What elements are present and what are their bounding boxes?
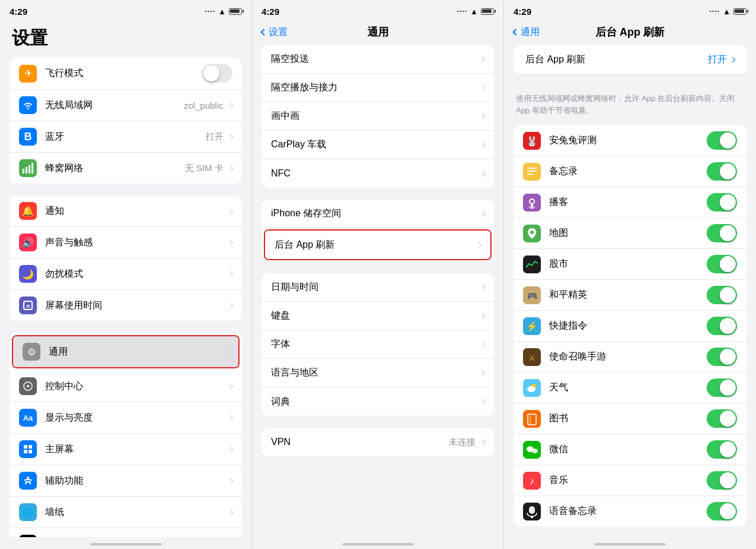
general-back-btn[interactable]: 设置 [262, 26, 288, 39]
app-row-weather[interactable]: 天气 [514, 373, 746, 403]
svg-rect-11 [29, 450, 32, 453]
wifi-status-icon-2: ▲ [470, 7, 478, 16]
row-display[interactable]: Aa 显示与亮度 [10, 402, 242, 434]
weather-toggle[interactable] [707, 378, 737, 397]
airplane-toggle[interactable] [202, 64, 232, 83]
row-storage[interactable]: iPhone 储存空间 [262, 200, 494, 228]
signal-icon-1: ···· [205, 7, 215, 15]
settings-group-1: ✈ 飞行模式 无线局域网 zol_public B 蓝牙 打开 [10, 58, 242, 184]
antutu-name: 安兔兔评测 [549, 134, 707, 147]
carplay-chevron [480, 142, 486, 148]
refresh-description: 使用无线局域网或蜂窝网络时，允许 App 在后台刷新内容。关闭 App 有助于节… [504, 87, 756, 125]
summoners-toggle[interactable] [707, 348, 737, 366]
row-vpn[interactable]: VPN 未连接 [262, 428, 494, 456]
row-dnd[interactable]: 🌙 勿扰模式 [10, 258, 242, 290]
refresh-nav-header: 通用 后台 App 刷新 [504, 21, 756, 45]
notify-chevron [228, 208, 234, 214]
app-row-notes[interactable]: 备忘录 [514, 156, 746, 187]
row-access[interactable]: 辅助功能 [10, 465, 242, 497]
app-row-summoners[interactable]: ⚔ 使命召唤手游 [514, 342, 746, 373]
row-carplay[interactable]: CarPlay 车载 [262, 131, 494, 159]
row-datetime[interactable]: 日期与时间 [262, 273, 494, 302]
podcast-name: 播客 [549, 196, 707, 209]
svg-rect-3 [32, 163, 33, 173]
row-cellular[interactable]: 蜂窝网络 无 SIM 卡 [10, 153, 242, 184]
row-general[interactable]: ⚙ 通用 [13, 336, 238, 367]
refresh-back-btn[interactable]: 通用 [514, 26, 540, 39]
stocks-toggle[interactable] [707, 255, 737, 273]
row-wifi[interactable]: 无线局域网 zol_public [10, 90, 242, 121]
row-controlcenter[interactable]: 控制中心 [10, 371, 242, 402]
bluetooth-icon: B [19, 128, 37, 146]
voicememo-toggle[interactable] [707, 502, 737, 520]
row-handoff[interactable]: 画中画 [262, 102, 494, 131]
row-homescreen[interactable]: 主屏幕 [10, 434, 242, 465]
row-nfc[interactable]: NFC [262, 159, 494, 188]
refresh-master-row[interactable]: 后台 App 刷新 打开 [514, 45, 746, 75]
row-bluetooth[interactable]: B 蓝牙 打开 [10, 121, 242, 153]
notes-icon [523, 163, 541, 181]
svg-rect-18 [527, 171, 537, 172]
general-group-1: 隔空投送 隔空播放与接力 画中画 CarPlay 车载 NFC [262, 45, 494, 188]
podcast-toggle[interactable] [707, 193, 737, 212]
app-row-podcast[interactable]: 播客 [514, 187, 746, 218]
pubg-icon: 🎮 [523, 286, 541, 304]
general-panel: 4:29 ···· ▲ 设置 通用 隔空投送 隔空播放与接力 画中画 [252, 0, 504, 549]
time-1: 4:29 [10, 7, 27, 17]
airplay-label: 隔空播放与接力 [271, 81, 480, 94]
app-row-maps[interactable]: 地图 [514, 218, 746, 249]
app-row-music[interactable]: ♪ 音乐 [514, 465, 746, 496]
app-row-pubg[interactable]: 🎮 和平精英 [514, 280, 746, 311]
notify-icon: 🔔 [19, 202, 37, 220]
svg-text:🎮: 🎮 [527, 291, 538, 301]
music-toggle[interactable] [707, 471, 737, 490]
row-notify[interactable]: 🔔 通知 [10, 195, 242, 227]
home-bar-2 [342, 543, 414, 545]
app-row-stocks[interactable]: 股市 [514, 249, 746, 280]
row-language[interactable]: 语言与地区 [262, 359, 494, 387]
homescreen-icon [19, 440, 37, 458]
row-bgrefresh[interactable]: 后台 App 刷新 [265, 231, 490, 259]
row-airplay[interactable]: 隔空播放与接力 [262, 74, 494, 102]
vpn-value: 未连接 [449, 437, 475, 448]
general-label: 通用 [49, 346, 225, 358]
row-airdrop[interactable]: 隔空投送 [262, 45, 494, 74]
row-wallpaper[interactable]: 🌐 墙纸 [10, 497, 242, 528]
row-sound[interactable]: 🔊 声音与触感 [10, 227, 242, 258]
svg-text:♪: ♪ [530, 476, 534, 486]
pubg-toggle[interactable] [707, 286, 737, 304]
controlcenter-icon [19, 377, 37, 395]
svg-rect-20 [523, 194, 541, 212]
app-row-books[interactable]: 图书 [514, 403, 746, 434]
row-font[interactable]: 字体 [262, 330, 494, 359]
cellular-value: 无 SIM 卡 [185, 163, 223, 174]
app-row-antutu[interactable]: 🐰 安兔兔评测 [514, 125, 746, 156]
app-row-wechat[interactable]: 微信 [514, 434, 746, 465]
maps-name: 地图 [549, 227, 707, 239]
dictionary-label: 词典 [271, 396, 480, 408]
app-row-shortcuts[interactable]: ⚡ 快捷指令 [514, 311, 746, 342]
access-chevron [228, 478, 234, 484]
general-group-2: iPhone 储存空间 后台 App 刷新 [262, 200, 494, 261]
controlcenter-label: 控制中心 [45, 380, 228, 393]
wallpaper-label: 墙纸 [45, 506, 228, 519]
row-keyboard[interactable]: 键盘 [262, 302, 494, 330]
row-screentime[interactable]: ⊠ 屏幕使用时间 [10, 290, 242, 321]
books-toggle[interactable] [707, 409, 737, 428]
general-title: 通用 [367, 25, 389, 39]
svg-rect-22 [531, 204, 533, 207]
wechat-toggle[interactable] [707, 440, 737, 459]
row-siri[interactable]: Siri 与搜索 [10, 528, 242, 537]
battery-icon-3 [733, 8, 746, 15]
antutu-toggle[interactable] [707, 131, 737, 150]
row-dictionary[interactable]: 词典 [262, 387, 494, 416]
app-row-voicememo[interactable]: 语音备忘录 [514, 496, 746, 526]
status-bar-3: 4:29 ···· ▲ [504, 0, 756, 21]
font-chevron [480, 342, 486, 348]
refresh-title: 后台 App 刷新 [596, 25, 665, 39]
shortcuts-toggle[interactable] [707, 317, 737, 335]
sound-icon: 🔊 [19, 234, 37, 251]
row-airplane[interactable]: ✈ 飞行模式 [10, 58, 242, 90]
maps-toggle[interactable] [707, 224, 737, 242]
notes-toggle[interactable] [707, 162, 737, 181]
